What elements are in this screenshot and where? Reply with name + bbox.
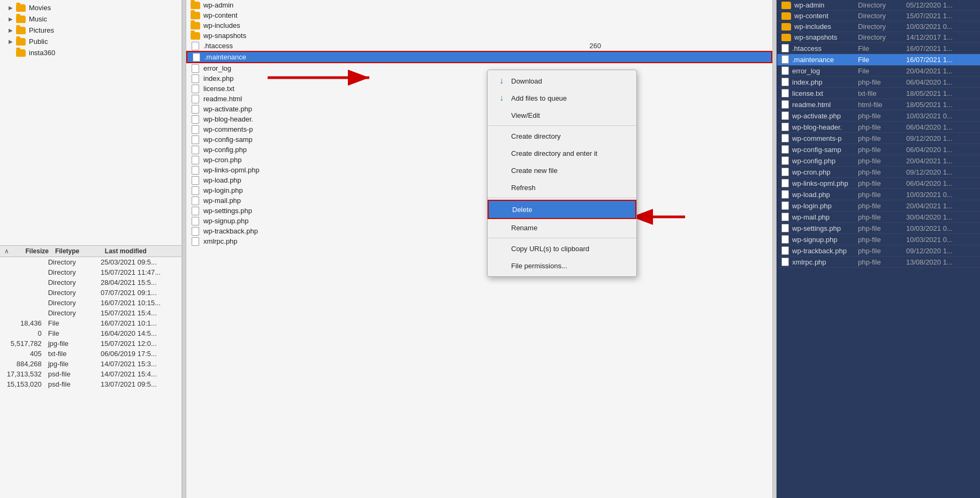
middle-file-row[interactable]: wp-content	[186, 10, 772, 20]
filesize-header[interactable]: Filesize	[13, 247, 55, 255]
middle-file-row[interactable]: wp-login.php 44,994	[186, 185, 772, 195]
far-right-file-row[interactable]: wp-config-samp php-file 06/04/2020 1...	[777, 144, 980, 155]
middle-file-row[interactable]: wp-cron.php	[186, 155, 772, 165]
file-type: Directory	[48, 268, 101, 276]
far-right-file-row[interactable]: .htaccess File 16/07/2021 1...	[777, 43, 980, 54]
middle-file-row[interactable]: wp-links-opml.php	[186, 165, 772, 175]
far-right-file-row[interactable]: wp-login.php php-file 20/04/2021 1...	[777, 200, 980, 212]
context-menu-item-file-permissions...[interactable]: File permissions...	[488, 257, 636, 274]
panel-divider-2[interactable]	[772, 0, 777, 498]
sidebar-item-insta360[interactable]: ▶ insta360	[0, 47, 181, 58]
file-date: 16/04/2020 14:5...	[101, 329, 177, 337]
far-right-file-row[interactable]: wp-load.php php-file 10/03/2021 0...	[777, 189, 980, 200]
middle-file-row[interactable]: wp-trackback.php 4,747	[186, 226, 772, 236]
file-name: wp-admin	[203, 1, 565, 9]
far-right-file-row[interactable]: wp-mail.php php-file 30/04/2020 1...	[777, 212, 980, 223]
file-icon	[781, 179, 789, 187]
middle-file-row[interactable]: wp-settings.php 21,125	[186, 206, 772, 216]
file-icon	[192, 227, 199, 236]
middle-file-row[interactable]: wp-admin	[186, 0, 772, 10]
context-menu-item-rename[interactable]: Rename	[488, 219, 636, 236]
context-menu-item-create-new-file[interactable]: Create new file	[488, 162, 636, 179]
sidebar-item-movies[interactable]: ▶ Movies	[0, 2, 181, 13]
sidebar-item-pictures[interactable]: ▶ Pictures	[0, 25, 181, 36]
far-right-file-row[interactable]: wp-comments-p php-file 09/12/2020 1...	[777, 133, 980, 144]
far-right-file-row[interactable]: license.txt txt-file 18/05/2021 1...	[777, 88, 980, 99]
file-icon	[781, 100, 789, 109]
file-icon-container	[191, 22, 200, 29]
middle-file-row[interactable]: wp-blog-header.	[186, 114, 772, 124]
middle-file-row[interactable]: license.txt	[186, 84, 772, 94]
left-file-row[interactable]: WEB Directory 16/07/2021 10:15...	[0, 298, 181, 308]
middle-file-row[interactable]: wp-config-samp	[186, 134, 772, 145]
file-name: wp-trackback.php	[792, 247, 858, 255]
left-file-row[interactable]: ey R montage Directory 15/07/2021 11:47.…	[0, 267, 181, 277]
far-right-file-row[interactable]: wp-content Directory 15/07/2021 1...	[777, 11, 980, 21]
far-right-file-row[interactable]: wp-trackback.php php-file 09/12/2020 1..…	[777, 245, 980, 256]
file-icon	[781, 111, 789, 120]
far-right-file-row[interactable]: wp-snapshots Directory 14/12/2017 1...	[777, 32, 980, 43]
far-right-file-row[interactable]: wp-config.php php-file 20/04/2021 1...	[777, 155, 980, 167]
context-menu-item-create-directory[interactable]: Create directory	[488, 127, 636, 145]
middle-file-row[interactable]: index.php	[186, 73, 772, 84]
context-menu-item-copy-url(s)-to-clipboard[interactable]: Copy URL(s) to clipboard	[488, 240, 636, 257]
middle-file-row[interactable]: error_log	[186, 63, 772, 73]
menu-item-label: Download	[511, 77, 542, 85]
left-file-row[interactable]: psd.psd 17,313,532 psd-file 14/07/2021 1…	[0, 369, 181, 379]
middle-file-row[interactable]: wp-signup.php 31,328	[186, 216, 772, 226]
left-file-row[interactable]: ey R Montage.jpg 5,517,782 jpg-file 15/0…	[0, 338, 181, 349]
far-right-file-row[interactable]: wp-blog-header. php-file 06/04/2020 1...	[777, 122, 980, 133]
left-file-row[interactable]: rials Directory 15/07/2021 15:4...	[0, 308, 181, 318]
middle-file-row[interactable]: wp-activate.php	[186, 104, 772, 114]
far-right-file-row[interactable]: wp-includes Directory 10/03/2021 0...	[777, 21, 980, 32]
middle-file-row[interactable]: wp-includes	[186, 20, 772, 31]
middle-file-row[interactable]: wp-mail.php 8,509	[186, 195, 772, 206]
context-menu-item-view/edit[interactable]: View/Edit	[488, 107, 636, 124]
far-right-file-row[interactable]: wp-cron.php php-file 09/12/2020 1...	[777, 167, 980, 178]
far-right-file-row[interactable]: .maintenance File 16/07/2021 1...	[777, 54, 980, 65]
far-right-file-row[interactable]: readme.html html-file 18/05/2021 1...	[777, 99, 980, 110]
left-file-row[interactable]: Directory 07/07/2021 09:1...	[0, 288, 181, 298]
folder-icon	[781, 23, 791, 31]
file-icon	[781, 190, 789, 199]
file-icon	[192, 166, 199, 175]
context-menu-item-add-files-to-queue[interactable]: ↓Add files to queue	[488, 89, 636, 107]
far-right-file-row[interactable]: wp-settings.php php-file 10/03/2021 0...	[777, 223, 980, 234]
middle-file-row[interactable]: wp-config.php	[186, 145, 772, 155]
far-right-file-row[interactable]: index.php php-file 06/04/2020 1...	[777, 77, 980, 88]
sidebar-item-public[interactable]: ▶ Public	[0, 36, 181, 47]
middle-file-row[interactable]: readme.html	[186, 94, 772, 104]
file-size: 5,517,782	[4, 339, 48, 348]
middle-file-row[interactable]: .htaccess 260	[186, 41, 772, 51]
middle-file-row[interactable]: .maintenance	[186, 51, 772, 63]
far-right-file-row[interactable]: wp-links-opml.php php-file 06/04/2020 1.…	[777, 178, 980, 189]
left-file-row[interactable]: Store 18,436 File 16/07/2021 10:1...	[0, 318, 181, 328]
left-file-row[interactable]: nci Resolve Cour... Directory 25/03/2021…	[0, 257, 181, 267]
left-file-row[interactable]: psd.jpg 884,268 jpg-file 14/07/2021 15:3…	[0, 359, 181, 369]
left-file-row[interactable]: sd 15,153,020 psd-file 13/07/2021 09:5..…	[0, 379, 181, 389]
far-right-file-row[interactable]: wp-activate.php php-file 10/03/2021 0...	[777, 110, 980, 122]
far-right-file-row[interactable]: xmlrpc.php php-file 13/08/2020 1...	[777, 256, 980, 268]
context-menu-item-refresh[interactable]: Refresh	[488, 179, 636, 196]
menu-icon	[496, 165, 507, 176]
modified-header[interactable]: Last modified	[105, 247, 177, 255]
file-icon	[192, 64, 199, 73]
file-name: wp-signup.php	[792, 236, 858, 244]
far-right-file-row[interactable]: wp-signup.php php-file 10/03/2021 0...	[777, 234, 980, 245]
filetype-header[interactable]: Filetype	[55, 247, 105, 255]
middle-file-row[interactable]: wp-snapshots	[186, 31, 772, 41]
middle-file-row[interactable]: wp-load.php	[186, 175, 772, 185]
left-file-row[interactable]: nWP Directory 28/04/2021 15:5...	[0, 277, 181, 288]
sidebar-item-music[interactable]: ▶ Music	[0, 13, 181, 25]
file-name: wp-links-opml.php	[792, 179, 858, 187]
context-menu-item-delete[interactable]: Delete	[488, 200, 636, 219]
middle-file-row[interactable]: xmlrpc.php 3,236	[186, 236, 772, 246]
middle-file-row[interactable]: wp-comments-p	[186, 124, 772, 134]
panel-divider[interactable]	[182, 0, 186, 498]
left-file-row[interactable]: o Order.txt 405 txt-file 06/06/2019 17:5…	[0, 349, 181, 359]
context-menu-item-download[interactable]: ↓Download	[488, 72, 636, 89]
far-right-file-row[interactable]: error_log File 20/04/2021 1...	[777, 65, 980, 77]
far-right-file-row[interactable]: wp-admin Directory 05/12/2020 1...	[777, 0, 980, 11]
context-menu-item-create-directory-and-enter-it[interactable]: Create directory and enter it	[488, 145, 636, 162]
left-file-row[interactable]: lized 0 File 16/04/2020 14:5...	[0, 328, 181, 338]
